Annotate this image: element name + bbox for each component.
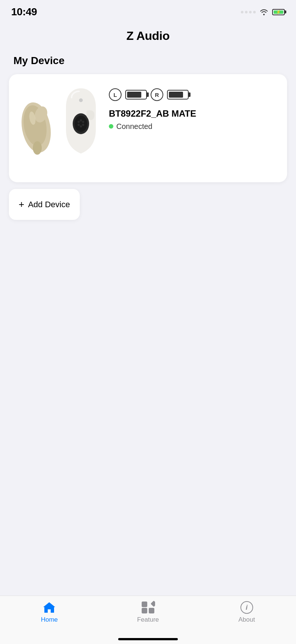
status-time: 10:49 bbox=[11, 6, 37, 18]
right-battery-indicator bbox=[167, 90, 189, 100]
signal-icon bbox=[241, 11, 256, 13]
bottom-nav: Home Feature i About bbox=[0, 596, 296, 644]
svg-point-6 bbox=[75, 116, 87, 132]
svg-rect-15 bbox=[142, 608, 147, 613]
add-device-label: Add Device bbox=[28, 200, 70, 209]
svg-rect-14 bbox=[142, 602, 147, 607]
wifi-icon bbox=[259, 9, 268, 15]
section-label: My Device bbox=[0, 55, 296, 74]
device-card: L R BT8922F2_AB MATE Connected bbox=[9, 74, 287, 182]
home-nav-label: Home bbox=[41, 616, 58, 624]
right-battery-label: R bbox=[151, 88, 163, 101]
svg-point-10 bbox=[78, 124, 80, 126]
svg-point-11 bbox=[80, 125, 82, 127]
nav-item-about[interactable]: i About bbox=[197, 601, 296, 624]
add-device-button[interactable]: + Add Device bbox=[9, 189, 80, 220]
left-battery-label: L bbox=[109, 88, 122, 101]
status-icons: ⚡ bbox=[241, 9, 285, 15]
device-name: BT8922F2_AB MATE bbox=[109, 108, 277, 119]
svg-point-9 bbox=[82, 121, 84, 123]
plus-icon: + bbox=[19, 199, 24, 210]
home-indicator bbox=[118, 638, 178, 640]
connection-status: Connected bbox=[109, 122, 277, 131]
about-circle-icon: i bbox=[240, 601, 253, 614]
status-text: Connected bbox=[116, 122, 152, 131]
svg-point-13 bbox=[79, 98, 83, 102]
left-battery-indicator bbox=[125, 90, 147, 100]
svg-point-4 bbox=[33, 141, 42, 155]
app-title: Z Audio bbox=[0, 20, 296, 55]
feature-icon bbox=[141, 601, 155, 614]
about-icon: i bbox=[240, 601, 254, 614]
battery-indicators: L R bbox=[109, 88, 277, 101]
status-dot bbox=[109, 124, 113, 129]
svg-point-7 bbox=[78, 121, 80, 123]
nav-item-feature[interactable]: Feature bbox=[99, 601, 198, 624]
battery-icon: ⚡ bbox=[272, 9, 285, 15]
earbuds-illustration bbox=[19, 85, 101, 170]
status-bar: 10:49 ⚡ bbox=[0, 0, 296, 20]
svg-rect-16 bbox=[149, 608, 154, 613]
home-icon bbox=[42, 601, 56, 614]
svg-point-8 bbox=[80, 119, 82, 121]
feature-nav-label: Feature bbox=[137, 616, 159, 624]
right-earbud bbox=[60, 85, 101, 159]
device-info: L R BT8922F2_AB MATE Connected bbox=[109, 85, 277, 131]
about-nav-label: About bbox=[238, 616, 255, 624]
left-earbud bbox=[19, 96, 53, 159]
nav-item-home[interactable]: Home bbox=[0, 601, 99, 624]
svg-point-12 bbox=[82, 124, 84, 126]
svg-rect-17 bbox=[151, 601, 155, 607]
